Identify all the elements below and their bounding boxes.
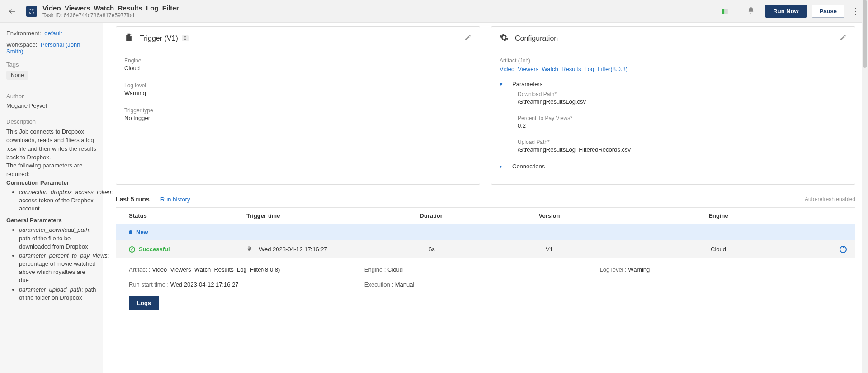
- cards-row: Trigger (V1) 0 Engine Cloud Log level Wa…: [116, 26, 855, 185]
- detail-exec: Execution : Manual: [364, 281, 600, 288]
- run-duration: 6s: [373, 246, 491, 253]
- hand-icon: [246, 245, 253, 253]
- run-history-link[interactable]: Run history: [160, 196, 190, 203]
- artifact-link[interactable]: Video_Viewers_Watch_Results_Log_Filter(8…: [500, 66, 847, 72]
- chevron-right-icon: ▸: [500, 163, 506, 170]
- description-label: Description: [6, 118, 96, 125]
- detail-engine-key: Engine :: [364, 266, 386, 273]
- trigger-badge: 0: [182, 35, 189, 41]
- upload-path-label: Upload Path*: [518, 139, 847, 145]
- env-link[interactable]: default: [44, 30, 62, 37]
- notifications-button[interactable]: [747, 7, 755, 15]
- detail-artifact: Artifact : Video_Viewers_Watch_Results_L…: [129, 266, 364, 273]
- loglevel-value: Warning: [124, 90, 472, 96]
- pencil-icon: [840, 34, 847, 41]
- gen-param-3: parameter_upload_path: path of the folde…: [19, 286, 96, 302]
- desc-intro: This Job connects to Dropbox, downloads,…: [6, 128, 96, 161]
- detail-log-key: Log level :: [599, 266, 626, 273]
- trigger-card-body: Engine Cloud Log level Warning Trigger t…: [116, 50, 480, 168]
- col-status: Status: [129, 212, 246, 219]
- detail-engine: Engine : Cloud: [364, 266, 600, 273]
- more-menu-button[interactable]: ⋮: [852, 6, 860, 16]
- percent-pay-value: 0.2: [518, 122, 847, 129]
- gear-icon: [500, 33, 509, 43]
- auto-refresh-label: Auto-refresh enabled: [805, 196, 855, 202]
- svg-rect-1: [725, 9, 728, 14]
- run-status-text: Successful: [139, 246, 170, 253]
- chevron-down-icon: ▾: [500, 81, 506, 87]
- parameters-expander[interactable]: ▾ Parameters: [500, 81, 847, 87]
- back-button[interactable]: [5, 4, 20, 19]
- sidebar: Environment: default Workspace: Personal…: [0, 23, 103, 373]
- col-engine: Engine: [608, 212, 829, 219]
- engine-value: Cloud: [124, 65, 472, 72]
- scrollbar-thumb[interactable]: [863, 0, 867, 68]
- download-path-label: Download Path*: [518, 91, 847, 97]
- pause-button[interactable]: Pause: [812, 5, 844, 18]
- config-card: Configuration Artifact (Job) Video_Viewe…: [491, 26, 855, 185]
- run-row[interactable]: ✓ Successful Wed 2023-04-12 17:16:27 6s …: [116, 240, 855, 258]
- run-status: ✓ Successful: [129, 246, 246, 253]
- new-label: New: [136, 229, 148, 235]
- detail-exec-val: Manual: [395, 281, 415, 288]
- run-now-button[interactable]: Run Now: [765, 5, 806, 18]
- loglevel-label: Log level: [124, 82, 472, 89]
- status-ok-icon: [721, 7, 729, 15]
- pencil-icon: [464, 34, 472, 41]
- triggertype-label: Trigger type: [124, 107, 472, 114]
- config-edit-button[interactable]: [840, 34, 847, 43]
- detail-log-val: Warning: [628, 266, 650, 273]
- sidebar-divider: [6, 86, 22, 86]
- runs-header: Last 5 runs Run history Auto-refresh ena…: [116, 196, 855, 203]
- env-row: Environment: default: [6, 30, 96, 37]
- logo-icon: [28, 8, 35, 14]
- conn-params-title: Connection Parameter: [6, 179, 69, 186]
- detail-start: Run start time : Wed 2023-04-12 17:16:27: [129, 281, 364, 288]
- workspace-label: Workspace:: [6, 41, 37, 48]
- tags-label: Tags: [6, 61, 96, 68]
- gen-params-title: General Parameters: [6, 216, 96, 225]
- detail-loglevel: Log level : Warning: [599, 266, 835, 273]
- config-card-header: Configuration: [491, 27, 855, 50]
- runs-table-header: Status Trigger time Duration Version Eng…: [116, 207, 855, 224]
- run-engine: Cloud: [608, 246, 829, 253]
- parameters-label: Parameters: [512, 81, 542, 87]
- top-header: Video_Viewers_Watch_Results_Log_Filter T…: [0, 0, 868, 23]
- new-dot-icon: [129, 230, 132, 234]
- content-area: Trigger (V1) 0 Engine Cloud Log level Wa…: [103, 23, 868, 373]
- detail-artifact-val: Video_Viewers_Watch_Results_Log_Filter(8…: [152, 266, 280, 273]
- connections-expander[interactable]: ▸ Connections: [500, 163, 847, 170]
- run-version: V1: [491, 246, 608, 253]
- collapse-run-button[interactable]: ˄: [840, 246, 847, 253]
- config-card-body: Artifact (Job) Video_Viewers_Watch_Resul…: [491, 50, 855, 184]
- engine-label: Engine: [124, 57, 472, 64]
- page-title: Video_Viewers_Watch_Results_Log_Filter: [42, 4, 721, 12]
- vertical-scrollbar[interactable]: [862, 0, 868, 373]
- upload-path-value: /StreamingResultsLog_FilteredRecords.csv: [518, 146, 847, 153]
- parameters-block: Download Path* /StreamingResultsLog.csv …: [500, 91, 847, 153]
- trigger-card: Trigger (V1) 0 Engine Cloud Log level Wa…: [116, 26, 480, 185]
- trigger-edit-button[interactable]: [464, 34, 472, 43]
- col-trigger: Trigger time: [246, 212, 373, 219]
- connections-label: Connections: [512, 163, 545, 170]
- arrow-left-icon: [8, 7, 16, 15]
- artifact-label: Artifact (Job): [500, 57, 847, 64]
- main-area: Environment: default Workspace: Personal…: [0, 23, 868, 373]
- logs-button[interactable]: Logs: [129, 296, 159, 310]
- description-text: This Job connects to Dropbox, downloads,…: [6, 128, 96, 302]
- conn-param-item: connection_dropbox_access_token: access …: [19, 188, 96, 213]
- percent-pay-label: Percent To Pay Views*: [518, 115, 847, 121]
- config-title: Configuration: [515, 34, 558, 43]
- header-title-area: Video_Viewers_Watch_Results_Log_Filter T…: [42, 4, 721, 19]
- runs-title: Last 5 runs: [116, 196, 150, 203]
- run-trigger: Wed 2023-04-12 17:16:27: [246, 245, 373, 253]
- triggertype-value: No trigger: [124, 115, 472, 121]
- desc-params-intro: The following parameters are required:: [6, 162, 82, 177]
- trigger-title: Trigger (V1): [140, 34, 178, 43]
- col-duration: Duration: [373, 212, 491, 219]
- svg-rect-0: [722, 9, 725, 14]
- detail-start-val: Wed 2023-04-12 17:16:27: [170, 281, 239, 288]
- run-row-new[interactable]: New: [116, 224, 855, 240]
- svg-point-2: [130, 34, 132, 37]
- author-value: Megane Peyvel: [6, 102, 96, 109]
